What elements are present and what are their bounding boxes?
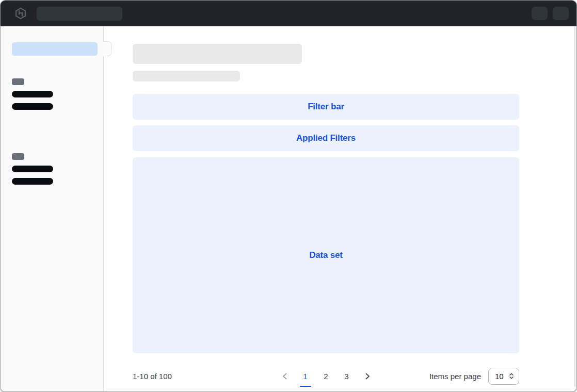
page-size-select[interactable]: 10 [488,368,519,385]
nav-search-skeleton [37,7,122,21]
vertical-scrollbar-track[interactable] [574,26,576,387]
app-body: Filter bar Applied Filters Data set 1-10… [1,26,576,392]
app-window: Filter bar Applied Filters Data set 1-10… [0,0,577,392]
applied-filters-region: Applied Filters [133,125,519,151]
next-page-button[interactable] [360,369,375,383]
page-subtitle-skeleton [133,71,240,81]
top-nav-bar [1,1,576,26]
page-button-1[interactable]: 1 [298,369,313,383]
items-per-page-label: Items per page [429,372,481,381]
filter-bar-region: Filter bar [133,94,519,120]
applied-filters-label: Applied Filters [296,133,356,143]
pagination-bar: 1-10 of 100 1 2 3 [133,364,519,388]
pagination-range-text: 1-10 of 100 [133,372,278,381]
hashicorp-logo-icon [15,7,26,20]
page-size-value: 10 [495,372,504,381]
topbar-action-skeleton-1 [532,7,548,20]
sidebar-group-1-heading-skeleton [12,78,24,85]
items-per-page-control: Items per page 10 [375,368,520,385]
sidebar-group-1-item-skeleton [12,91,53,97]
sidebar-collapse-toggle[interactable] [103,41,112,56]
sidebar-group-2-item-skeleton [12,178,53,185]
sidebar-group-1-item-skeleton [12,103,53,110]
page-button-3[interactable]: 3 [340,369,354,383]
previous-page-button[interactable] [278,369,292,383]
page-button-2[interactable]: 2 [319,369,333,383]
pagination-nav: 1 2 3 [278,369,375,383]
page-title-skeleton [133,44,302,64]
sidebar-group-2-heading-skeleton [12,153,24,160]
data-set-label: Data set [309,250,343,260]
filter-bar-label: Filter bar [308,102,344,112]
chevron-left-icon [281,372,288,380]
up-down-chevrons-icon [508,372,515,380]
topbar-action-skeleton-2 [553,7,569,20]
sidebar-group-2-item-skeleton [12,166,53,172]
chevron-right-icon [364,372,371,380]
sidebar-active-item-skeleton [12,42,98,56]
main-content: Filter bar Applied Filters Data set 1-10… [104,26,576,392]
sidebar [1,26,104,392]
data-set-region: Data set [133,157,519,353]
